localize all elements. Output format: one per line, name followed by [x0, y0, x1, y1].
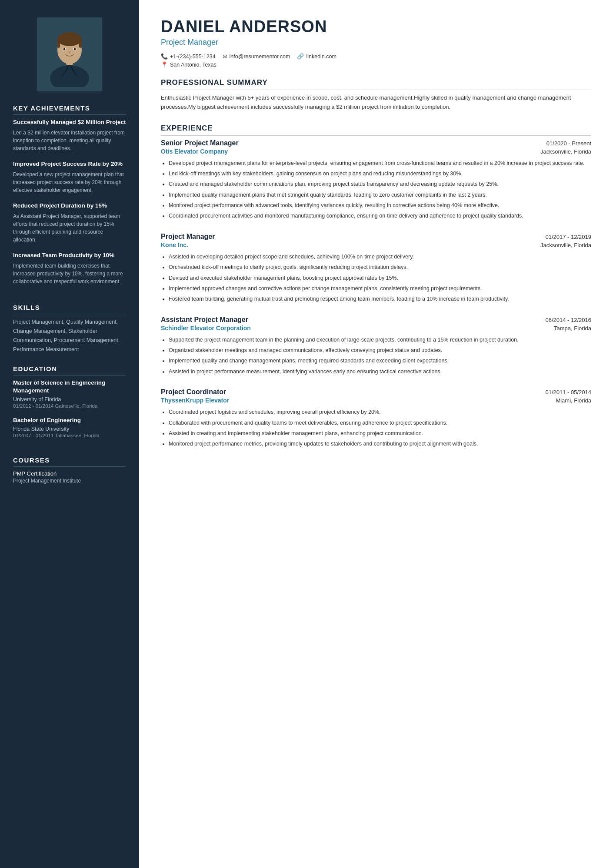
bullet: Collaborated with procurement and qualit…	[169, 419, 591, 427]
job-3-company: Schindler Elevator Corporation	[161, 325, 251, 332]
achievements-section: KEY ACHIEVEMENTS Successfully Managed $2…	[0, 104, 139, 304]
achievement-title-2: Improved Project Success Rate by 20%	[13, 160, 126, 168]
job-2-location: Jacksonville, Florida	[540, 242, 591, 248]
job-3: Assistant Project Manager 06/2014 - 12/2…	[161, 316, 591, 376]
achievement-title-4: Increased Team Productivity by 10%	[13, 251, 126, 260]
bullet: Implemented approved changes and correct…	[169, 285, 591, 293]
job-4-location: Miami, Florida	[556, 397, 591, 404]
job-2-bullets: Assisted in developing detailed project …	[161, 253, 591, 304]
svg-point-11	[63, 48, 66, 50]
job-1-company-row: Otis Elevator Company Jacksonville, Flor…	[161, 148, 591, 155]
course-name-1: PMP Certification	[13, 470, 126, 477]
bullet: Coordinated project logistics and schedu…	[169, 408, 591, 416]
job-2-company-row: Kone Inc. Jacksonville, Florida	[161, 241, 591, 248]
job-4-title: Project Coordinator	[161, 388, 226, 396]
bullet: Monitored project performance with advan…	[169, 201, 591, 210]
svg-rect-8	[79, 39, 82, 48]
job-3-bullets: Supported the project management team in…	[161, 336, 591, 376]
location-row: 📍 San Antonio, Texas	[161, 61, 591, 68]
courses-section: COURSES PMP Certification Project Manage…	[0, 456, 139, 499]
job-2-company: Kone Inc.	[161, 241, 188, 248]
summary-title: PROFESSIONAL SUMMARY	[161, 78, 591, 90]
edu-degree-2: Bachelor of Engineering	[13, 416, 126, 425]
achievement-desc-4: Implemented team-building exercises that…	[13, 262, 126, 285]
bullet: Assisted in developing detailed project …	[169, 253, 591, 261]
job-3-dates: 06/2014 - 12/2016	[545, 317, 591, 323]
email-contact: ✉ info@resumementor.com	[223, 53, 290, 60]
linkedin-icon: 🔗	[297, 53, 304, 60]
linkedin-text: linkedin.com	[306, 54, 336, 60]
edu-school-2: Florida State University	[13, 426, 126, 432]
bullet: Assisted in project performance measurem…	[169, 368, 591, 376]
edu-meta-2: 01/2007 - 01/2011 Tallahassee, Florida	[13, 433, 126, 438]
bullet: Coordinated procurement activities and m…	[169, 212, 591, 220]
skills-title: SKILLS	[13, 304, 126, 314]
phone-contact: 📞 +1-(234)-555-1234	[161, 53, 216, 60]
achievement-item: Reduced Project Duration by 15% As Assis…	[13, 202, 126, 244]
edu-degree-1: Master of Science in Engineering Managem…	[13, 379, 126, 395]
job-3-title: Assistant Project Manager	[161, 316, 248, 324]
job-4-company: ThyssenKrupp Elevator	[161, 397, 229, 404]
job-4-bullets: Coordinated project logistics and schedu…	[161, 408, 591, 449]
job-4-company-row: ThyssenKrupp Elevator Miami, Florida	[161, 397, 591, 404]
edu-school-1: University of Florida	[13, 396, 126, 402]
bullet: Assisted in creating and implementing st…	[169, 429, 591, 438]
bullet: Supported the project management team in…	[169, 336, 591, 344]
email-text: info@resumementor.com	[230, 54, 290, 60]
job-1: Senior Project Manager 01/2020 - Present…	[161, 139, 591, 221]
location-text: San Antonio, Texas	[170, 62, 217, 68]
phone-icon: 📞	[161, 53, 168, 60]
job-1-dates: 01/2020 - Present	[546, 140, 591, 147]
phone-text: +1-(234)-555-1234	[170, 54, 216, 60]
skills-text: Project Management, Quality Management, …	[13, 318, 126, 355]
job-1-bullets: Developed project management plans for e…	[161, 159, 591, 221]
bullet: Monitored project performance metrics, p…	[169, 440, 591, 448]
achievement-item: Successfully Managed $2 Million Project …	[13, 118, 126, 152]
job-4-header: Project Coordinator 01/2011 - 05/2014	[161, 388, 591, 396]
bullet: Fostered team building, generating mutua…	[169, 295, 591, 303]
bullet: Devised and executed stakeholder managem…	[169, 274, 591, 282]
job-2-dates: 01/2017 - 12/2019	[545, 234, 591, 240]
svg-rect-7	[57, 39, 60, 48]
bullet: Developed project management plans for e…	[169, 159, 591, 168]
resume-container: KEY ACHIEVEMENTS Successfully Managed $2…	[0, 0, 613, 868]
achievement-title-1: Successfully Managed $2 Million Project	[13, 118, 126, 127]
job-1-company: Otis Elevator Company	[161, 148, 228, 155]
job-1-location: Jacksonville, Florida	[540, 148, 591, 155]
achievement-item: Improved Project Success Rate by 20% Dev…	[13, 160, 126, 194]
edu-item-1: Master of Science in Engineering Managem…	[13, 379, 126, 409]
course-item-1: PMP Certification Project Management Ins…	[13, 470, 126, 484]
job-2: Project Manager 01/2017 - 12/2019 Kone I…	[161, 233, 591, 304]
courses-title: COURSES	[13, 456, 126, 467]
linkedin-contact: 🔗 linkedin.com	[297, 53, 336, 60]
job-2-title: Project Manager	[161, 233, 215, 241]
edu-meta-1: 01/2012 - 01/2014 Gainesville, Florida	[13, 403, 126, 409]
summary-section: PROFESSIONAL SUMMARY Enthusiastic Projec…	[161, 78, 591, 124]
svg-point-6	[57, 32, 82, 46]
achievement-desc-3: As Assistant Project Manager, supported …	[13, 212, 126, 244]
bullet: Orchestrated kick-off meetings to clarif…	[169, 263, 591, 271]
job-1-title: Senior Project Manager	[161, 139, 239, 147]
job-1-header: Senior Project Manager 01/2020 - Present	[161, 139, 591, 147]
achievement-title-3: Reduced Project Duration by 15%	[13, 202, 126, 210]
course-org-1: Project Management Institute	[13, 478, 126, 484]
job-3-company-row: Schindler Elevator Corporation Tampa, Fl…	[161, 325, 591, 332]
bullet: Organized stakeholder meetings and manag…	[169, 346, 591, 355]
bullet: Implemented quality and change managemen…	[169, 357, 591, 365]
achievement-desc-1: Led a $2 million elevator installation p…	[13, 129, 126, 152]
email-icon: ✉	[223, 53, 227, 60]
bullet: Implemented quality management plans tha…	[169, 191, 591, 199]
location-icon: 📍	[161, 61, 168, 68]
job-3-location: Tampa, Florida	[554, 325, 591, 332]
bullet: Created and managed stakeholder communic…	[169, 180, 591, 188]
experience-title: EXPERIENCE	[161, 124, 591, 136]
edu-item-2: Bachelor of Engineering Florida State Un…	[13, 416, 126, 438]
job-4-dates: 01/2011 - 05/2014	[545, 389, 591, 395]
achievements-title: KEY ACHIEVEMENTS	[13, 104, 126, 115]
achievement-item: Increased Team Productivity by 10% Imple…	[13, 251, 126, 285]
experience-section: EXPERIENCE Senior Project Manager 01/202…	[161, 124, 591, 461]
main-content: DANIEL ANDERSON Project Manager 📞 +1-(23…	[139, 0, 613, 868]
sidebar: KEY ACHIEVEMENTS Successfully Managed $2…	[0, 0, 139, 868]
svg-point-12	[74, 48, 76, 50]
job-4: Project Coordinator 01/2011 - 05/2014 Th…	[161, 388, 591, 449]
